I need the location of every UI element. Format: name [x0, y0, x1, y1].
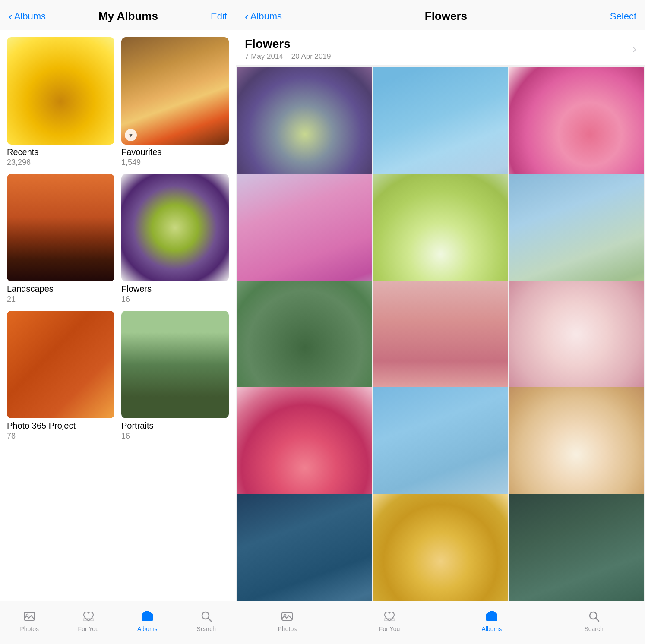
- right-tab-albums[interactable]: Albums: [441, 609, 543, 632]
- right-tab-label-albums: Albums: [482, 625, 502, 632]
- right-nav-title: Flowers: [425, 9, 467, 23]
- album-count-portraits: 16: [121, 432, 229, 441]
- photos-grid: ♥♥♥♥♥♥♥: [236, 66, 645, 601]
- album-count-photo365: 78: [7, 432, 114, 441]
- right-tab-label-foryou: For You: [379, 625, 400, 632]
- album-item-recents[interactable]: Recents23,296: [7, 37, 114, 167]
- album-name-landscapes: Landscapes: [7, 284, 114, 294]
- right-chevron-icon: ‹: [245, 11, 249, 22]
- svg-rect-10: [384, 619, 395, 621]
- album-count-favourites: 1,549: [121, 158, 229, 167]
- photo-thumbnail: [373, 494, 508, 601]
- right-foryou-icon: [382, 609, 397, 624]
- album-name-favourites: Favourites: [121, 147, 229, 157]
- left-tab-label-foryou: For You: [78, 625, 99, 632]
- album-thumb-portraits: [121, 311, 229, 418]
- album-item-favourites[interactable]: ♥Favourites1,549: [121, 37, 229, 167]
- svg-line-7: [208, 618, 211, 621]
- right-back-button[interactable]: ‹ Albums: [245, 11, 282, 22]
- left-tab-foryou[interactable]: For You: [59, 609, 118, 632]
- album-header-text: Flowers 7 May 2014 – 20 Apr 2019: [245, 37, 331, 61]
- photos-icon: [22, 609, 37, 624]
- album-thumb-landscapes: [7, 174, 114, 281]
- left-tab-label-photos: Photos: [20, 625, 39, 632]
- foryou-icon: [81, 609, 96, 624]
- right-tab-label-photos: Photos: [278, 625, 297, 632]
- svg-rect-2: [83, 619, 94, 621]
- svg-rect-11: [486, 613, 497, 621]
- album-header-chevron-icon[interactable]: ›: [632, 42, 636, 56]
- svg-rect-13: [490, 611, 494, 612]
- left-nav-bar: ‹ Albums My Albums Edit: [0, 0, 236, 30]
- left-tab-label-albums: Albums: [137, 625, 158, 632]
- album-name-recents: Recents: [7, 147, 114, 157]
- left-tab-photos[interactable]: Photos: [0, 609, 59, 632]
- left-tab-label-search: Search: [197, 625, 216, 632]
- album-name-photo365: Photo 365 Project: [7, 421, 114, 431]
- left-edit-button[interactable]: Edit: [211, 11, 227, 22]
- left-panel: ‹ Albums My Albums Edit Recents23,296♥Fa…: [0, 0, 236, 644]
- album-date-range: 7 May 2014 – 20 Apr 2019: [245, 52, 331, 61]
- right-nav-bar: ‹ Albums Flowers Select: [236, 0, 645, 30]
- right-tab-search[interactable]: Search: [543, 609, 645, 632]
- right-tab-bar: Photos For You Albums Search: [236, 601, 645, 644]
- flowers-album-title: Flowers: [245, 37, 331, 51]
- photo-cell[interactable]: [237, 494, 372, 601]
- album-thumb-recents: [7, 37, 114, 145]
- album-thumb-favourites: ♥: [121, 37, 229, 145]
- left-back-button[interactable]: ‹ Albums: [9, 11, 46, 22]
- album-header: Flowers 7 May 2014 – 20 Apr 2019 ›: [236, 30, 645, 66]
- album-item-flowers[interactable]: Flowers16: [121, 174, 229, 304]
- album-thumb-photo365: [7, 311, 114, 418]
- left-chevron-icon: ‹: [9, 11, 13, 22]
- left-tab-search[interactable]: Search: [177, 609, 236, 632]
- album-name-flowers: Flowers: [121, 284, 229, 294]
- right-back-label: Albums: [250, 11, 282, 22]
- left-back-label: Albums: [14, 11, 46, 22]
- album-item-landscapes[interactable]: Landscapes21: [7, 174, 114, 304]
- albums-scroll: Recents23,296♥Favourites1,549Landscapes2…: [0, 30, 236, 601]
- svg-rect-3: [142, 613, 153, 621]
- left-nav-title: My Albums: [98, 9, 158, 23]
- right-panel: ‹ Albums Flowers Select Flowers 7 May 20…: [236, 0, 645, 644]
- left-tab-bar: Photos For You Albums Search: [0, 601, 236, 644]
- photo-cell[interactable]: [373, 494, 508, 601]
- album-item-photo365[interactable]: Photo 365 Project78: [7, 311, 114, 441]
- photo-cell[interactable]: [509, 494, 644, 601]
- left-tab-albums[interactable]: Albums: [118, 609, 177, 632]
- album-name-portraits: Portraits: [121, 421, 229, 431]
- right-albums-icon: [484, 609, 499, 624]
- right-select-button[interactable]: Select: [610, 11, 636, 22]
- svg-line-15: [596, 618, 599, 621]
- right-search-icon: [587, 609, 601, 624]
- right-photos-icon: [280, 609, 294, 624]
- heart-badge: ♥: [125, 129, 137, 141]
- photo-thumbnail: [509, 494, 644, 601]
- album-count-recents: 23,296: [7, 158, 114, 167]
- svg-rect-5: [145, 611, 149, 612]
- albums-grid: Recents23,296♥Favourites1,549Landscapes2…: [7, 37, 229, 448]
- albums-icon: [140, 609, 155, 624]
- album-count-landscapes: 21: [7, 295, 114, 304]
- album-count-flowers: 16: [121, 295, 229, 304]
- album-item-portraits[interactable]: Portraits16: [121, 311, 229, 441]
- right-tab-photos[interactable]: Photos: [236, 609, 338, 632]
- search-icon: [199, 609, 214, 624]
- right-tab-foryou[interactable]: For You: [338, 609, 441, 632]
- album-thumb-flowers: [121, 174, 229, 281]
- right-tab-label-search: Search: [584, 625, 603, 632]
- photo-thumbnail: [237, 494, 372, 601]
